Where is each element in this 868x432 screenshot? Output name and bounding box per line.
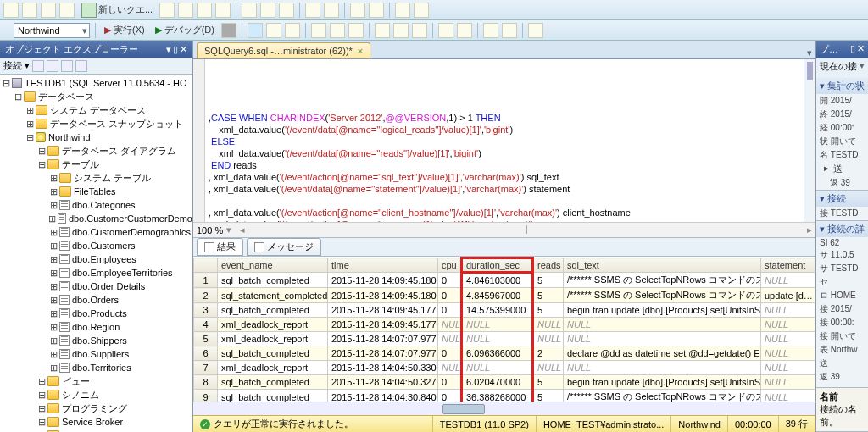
chevron-down-icon[interactable]: ▾ (820, 224, 825, 235)
expand-icon[interactable]: ⊞ (47, 363, 59, 374)
column-header[interactable]: event_name (218, 258, 328, 273)
expand-icon[interactable]: ⊞ (47, 241, 59, 252)
tree-node-table[interactable]: dbo.CustomerDemographics (72, 227, 191, 237)
expand-icon[interactable]: ⊟ (24, 132, 36, 143)
tree-node[interactable]: ビュー (62, 375, 90, 388)
tree-node-table[interactable]: dbo.Orders (72, 295, 119, 305)
cell[interactable]: xml_deadlock_report (218, 318, 328, 332)
cell[interactable]: 2015-11-28 14:04:50.330 (328, 361, 438, 375)
icon-generic[interactable] (438, 23, 453, 38)
indent-icon[interactable] (483, 23, 498, 38)
chevron-down-icon[interactable]: ▾ (820, 193, 825, 204)
cell[interactable]: 8 (194, 375, 218, 390)
icon-generic[interactable] (266, 23, 281, 38)
cell[interactable]: NULL (438, 361, 462, 375)
expand-icon[interactable]: ⊞ (47, 349, 59, 360)
icon-generic[interactable] (197, 3, 212, 18)
table-row[interactable]: 7xml_deadlock_report2015-11-28 14:04:50.… (194, 361, 815, 375)
icon-generic[interactable] (32, 60, 44, 72)
debug-button[interactable]: ▶ デバッグ(D) (152, 24, 218, 36)
chevron-down-icon[interactable]: ▾ (820, 80, 825, 91)
expand-icon[interactable]: ⊞ (47, 173, 59, 184)
parse-icon[interactable] (248, 23, 263, 38)
cell[interactable]: NULL (564, 361, 761, 375)
icon-generic[interactable] (3, 3, 19, 18)
cell[interactable]: NULL (533, 332, 564, 346)
cell[interactable]: 4.846103000 (462, 273, 533, 288)
cell[interactable]: 14.575399000 (462, 303, 533, 318)
cell[interactable]: 4.845967000 (462, 288, 533, 303)
icon-generic[interactable] (59, 3, 75, 18)
new-query-button[interactable]: 新しいクエ... (78, 3, 156, 18)
expand-icon[interactable]: ⊟ (0, 78, 12, 89)
expand-icon[interactable]: ⊞ (47, 281, 59, 292)
cell[interactable]: NULL (761, 273, 815, 288)
pin-icon[interactable]: ▯ (850, 43, 855, 53)
cell[interactable]: NULL (462, 318, 533, 332)
cell[interactable]: 6.096366000 (462, 346, 533, 361)
cell[interactable]: 0 (438, 288, 462, 303)
cell[interactable]: NULL (564, 318, 761, 332)
cell[interactable]: 2015-11-28 14:09:45.177 (328, 318, 438, 332)
expand-icon[interactable]: ⊞ (36, 403, 47, 414)
cell[interactable]: NULL (438, 332, 462, 346)
close-icon[interactable]: ✕ (857, 43, 865, 53)
expand-icon[interactable]: ⊞ (36, 146, 47, 157)
tree-node[interactable]: Service Broker (62, 417, 123, 427)
database-combo[interactable]: Northwind (14, 23, 90, 38)
cell[interactable]: NULL (761, 303, 815, 318)
expand-icon[interactable]: ⊞ (47, 295, 59, 306)
cell[interactable]: xml_deadlock_report (218, 361, 328, 375)
cell[interactable]: 2015-11-28 14:07:07.977 (328, 346, 438, 361)
expand-icon[interactable]: ⊞ (47, 186, 59, 197)
outdent-icon[interactable] (502, 23, 517, 38)
icon-generic[interactable] (285, 23, 300, 38)
tree-node[interactable]: データベース ダイアグラム (62, 145, 176, 158)
cell[interactable]: 5 (533, 375, 564, 390)
cell[interactable]: NULL (462, 332, 533, 346)
cell[interactable]: 5 (533, 303, 564, 318)
column-header[interactable] (194, 258, 218, 273)
tree-node[interactable]: データベース (38, 91, 94, 103)
icon-generic[interactable] (61, 60, 73, 72)
table-row[interactable]: 1sql_batch_completed2015-11-28 14:09:45.… (194, 273, 815, 288)
icon-generic[interactable] (159, 3, 175, 18)
expand-icon[interactable]: ⊞ (47, 227, 59, 238)
icon-generic[interactable] (395, 3, 410, 18)
column-header[interactable]: duration_sec (462, 258, 533, 273)
icon-generic[interactable] (414, 3, 429, 18)
undo-icon[interactable] (305, 3, 320, 18)
cell[interactable]: 0 (438, 375, 462, 390)
table-row[interactable]: 4xml_deadlock_report2015-11-28 14:09:45.… (194, 318, 815, 332)
cell[interactable]: NULL (761, 375, 815, 390)
cell[interactable]: NULL (533, 361, 564, 375)
tree-node[interactable]: データベース スナップショット (50, 118, 183, 130)
tree-node-table[interactable]: dbo.Region (72, 322, 120, 332)
expand-icon[interactable]: ⊞ (36, 390, 47, 401)
tree-node-table[interactable]: dbo.Categories (72, 200, 136, 210)
column-header[interactable]: sql_text (564, 258, 761, 273)
cell[interactable]: declare @dd as datetime set @dd=getdate(… (564, 346, 761, 361)
column-header[interactable]: statement (761, 258, 815, 273)
icon-generic[interactable] (457, 23, 472, 38)
horizontal-scrollbar[interactable] (193, 402, 815, 415)
icon-generic[interactable] (330, 23, 345, 38)
tree-node[interactable]: FileTables (74, 186, 116, 197)
cell[interactable]: NULL (462, 361, 533, 375)
cell[interactable]: 4 (194, 318, 218, 332)
cell[interactable]: xml_deadlock_report (218, 332, 328, 346)
icon-generic[interactable] (348, 23, 364, 38)
cell[interactable]: NULL (761, 346, 815, 361)
cell[interactable]: sql_batch_completed (218, 303, 328, 318)
tree-node[interactable]: システム データベース (50, 104, 146, 117)
copy-icon[interactable] (260, 3, 275, 18)
tree-node-table[interactable]: dbo.Customers (72, 241, 136, 251)
column-header[interactable]: time (328, 258, 438, 273)
tree-node-table[interactable]: dbo.EmployeeTerritories (72, 268, 173, 278)
cell[interactable]: NULL (533, 318, 564, 332)
expand-icon[interactable]: ⊞ (24, 105, 36, 116)
cell[interactable]: NULL (761, 332, 815, 346)
stop-icon[interactable] (221, 23, 236, 38)
expand-icon[interactable]: ⊞ (36, 376, 47, 387)
cell[interactable]: sql_batch_completed (218, 273, 328, 288)
